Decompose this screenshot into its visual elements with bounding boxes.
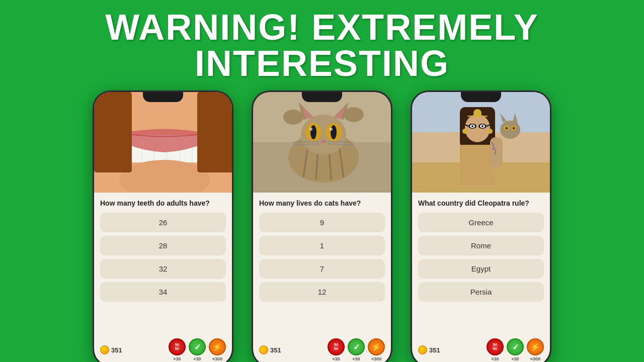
phone-3-powerups: 5050 ×30 ✓ ×30 ⚡ ×300 xyxy=(487,338,544,361)
phone-1-fifty-btn[interactable]: 5050 ×30 xyxy=(169,338,186,361)
phone-3-image xyxy=(412,92,550,193)
check-label-3: ×30 xyxy=(511,356,519,361)
coin-icon-2 xyxy=(259,345,268,354)
fifty-icon-3: 5050 xyxy=(487,338,504,355)
phone-1-answer-4[interactable]: 34 xyxy=(100,282,226,302)
phone-1-image xyxy=(94,92,232,193)
svg-rect-9 xyxy=(94,92,132,172)
phone-1-footer: 351 5050 ×30 ✓ ×30 ⚡ xyxy=(94,336,232,362)
svg-rect-55 xyxy=(490,137,503,167)
check-label-1: ×30 xyxy=(193,356,201,361)
svg-point-53 xyxy=(488,129,493,134)
fifty-label-2: ×30 xyxy=(332,356,340,361)
phone-3-notch xyxy=(461,92,501,102)
phone-2-lightning-btn[interactable]: ⚡ ×300 xyxy=(368,338,385,361)
phone-1-coin-value: 351 xyxy=(111,346,122,354)
phone-3-footer: 351 5050 ×30 ✓ ×30 ⚡ xyxy=(412,336,550,362)
svg-point-56 xyxy=(500,121,520,139)
phone-1: How many teeth do adults have? 26 28 32 … xyxy=(93,90,233,362)
phone-1-notch xyxy=(143,92,183,102)
phone-3-answer-1[interactable]: Greece xyxy=(418,213,544,232)
phone-1-answer-3[interactable]: 32 xyxy=(100,259,226,279)
phone-2-coins: 351 xyxy=(259,345,281,354)
svg-point-35 xyxy=(344,107,364,122)
phone-1-lightning-btn[interactable]: ⚡ ×300 xyxy=(209,338,226,361)
phone-1-check-btn[interactable]: ✓ ×30 xyxy=(189,338,206,361)
phone-1-powerups: 5050 ×30 ✓ ×30 ⚡ ×300 xyxy=(169,338,226,361)
phone-2-answer-3[interactable]: 7 xyxy=(259,259,385,279)
svg-point-61 xyxy=(506,127,508,129)
svg-point-41 xyxy=(465,114,490,142)
phone-2-notch xyxy=(302,92,342,102)
lightning-icon-2: ⚡ xyxy=(368,338,385,355)
phone-3: What country did Cleopatra rule? Greece … xyxy=(411,90,551,362)
phone-3-coins: 351 xyxy=(418,345,440,354)
lightning-label-2: ×300 xyxy=(371,356,381,361)
fifty-label-3: ×30 xyxy=(491,356,499,361)
svg-point-52 xyxy=(462,129,467,134)
fifty-icon-1: 5050 xyxy=(169,338,186,355)
phone-3-coin-value: 351 xyxy=(429,346,440,354)
phone-2-powerups: 5050 ×30 ✓ ×30 ⚡ ×300 xyxy=(328,338,385,361)
svg-rect-10 xyxy=(197,92,232,172)
svg-point-49 xyxy=(481,125,484,127)
phone-2-check-btn[interactable]: ✓ ×30 xyxy=(348,338,365,361)
lightning-icon-3: ⚡ xyxy=(527,338,544,355)
fifty-icon-2: 5050 xyxy=(328,338,345,355)
phone-3-lightning-btn[interactable]: ⚡ ×300 xyxy=(527,338,544,361)
fifty-label-1: ×30 xyxy=(173,356,181,361)
phone-3-answer-3[interactable]: Egypt xyxy=(418,259,544,279)
check-label-2: ×30 xyxy=(352,356,360,361)
phone-2-answer-2[interactable]: 1 xyxy=(259,236,385,255)
lightning-label-1: ×300 xyxy=(212,356,222,361)
phones-container: How many teeth do adults have? 26 28 32 … xyxy=(93,90,551,362)
page-title: WARNING! EXTREMELY INTERESTING xyxy=(0,0,644,86)
svg-rect-54 xyxy=(460,145,495,185)
coin-icon-1 xyxy=(100,345,109,354)
check-icon-3: ✓ xyxy=(507,338,524,355)
svg-point-48 xyxy=(471,125,473,127)
phone-2-question: How many lives do cats have? xyxy=(259,199,385,208)
phone-2-content: How many lives do cats have? 9 1 7 12 xyxy=(253,193,391,336)
svg-point-27 xyxy=(309,128,312,131)
phone-1-coins: 351 xyxy=(100,345,122,354)
phone-3-content: What country did Cleopatra rule? Greece … xyxy=(412,193,550,336)
svg-point-28 xyxy=(330,128,333,131)
phone-1-content: How many teeth do adults have? 26 28 32 … xyxy=(94,193,232,336)
check-icon-2: ✓ xyxy=(348,338,365,355)
phone-1-question: How many teeth do adults have? xyxy=(100,199,226,208)
svg-point-26 xyxy=(331,125,337,139)
phone-2-footer: 351 5050 ×30 ✓ ×30 ⚡ xyxy=(253,336,391,362)
svg-point-34 xyxy=(283,110,303,125)
lightning-label-3: ×300 xyxy=(530,356,540,361)
svg-point-62 xyxy=(513,127,515,129)
coin-icon-3 xyxy=(418,345,427,354)
phone-2-answer-1[interactable]: 9 xyxy=(259,213,385,232)
phone-2: How many lives do cats have? 9 1 7 12 35… xyxy=(252,90,392,362)
phone-2-fifty-btn[interactable]: 5050 ×30 xyxy=(328,338,345,361)
phone-3-answer-4[interactable]: Persia xyxy=(418,282,544,302)
phone-3-answer-2[interactable]: Rome xyxy=(418,236,544,255)
phone-3-question: What country did Cleopatra rule? xyxy=(418,199,544,208)
phone-2-image xyxy=(253,92,391,193)
phone-3-fifty-btn[interactable]: 5050 ×30 xyxy=(487,338,504,361)
check-icon-1: ✓ xyxy=(189,338,206,355)
phone-2-answer-4[interactable]: 12 xyxy=(259,282,385,302)
svg-point-25 xyxy=(310,125,316,139)
phone-3-check-btn[interactable]: ✓ ×30 xyxy=(507,338,524,361)
lightning-icon-1: ⚡ xyxy=(209,338,226,355)
phone-1-answer-1[interactable]: 26 xyxy=(100,213,226,232)
phone-1-answer-2[interactable]: 28 xyxy=(100,236,226,255)
phone-2-coin-value: 351 xyxy=(270,346,281,354)
